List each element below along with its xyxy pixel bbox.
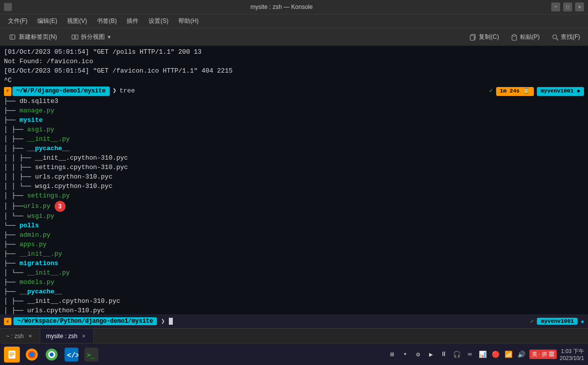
menu-settings[interactable]: 设置(S) (145, 16, 172, 26)
history-line-1: [01/Oct/2023 05:01:54] "GET /polls HTTP/… (4, 48, 584, 57)
network-icon[interactable]: ⚙ (413, 350, 423, 360)
ime-badge[interactable]: 英 · 拼 ☰ (529, 350, 557, 359)
svg-rect-2 (72, 35, 74, 39)
tree-line-10: │ │ └── wsgi.cpython-310.pyc (4, 182, 584, 191)
svg-rect-7 (513, 34, 515, 36)
wifi-icon[interactable]: 📶 (504, 350, 514, 360)
prompt-line: ⚡ ~/W/P/django-demo1/mysite ❯ tree ✓ 1m … (4, 87, 584, 96)
copy-icon (470, 34, 477, 41)
volume-icon[interactable]: 🔊 (516, 350, 526, 360)
media-icon[interactable]: ▶ (426, 350, 436, 360)
maximize-button[interactable]: □ (563, 2, 572, 11)
close-button[interactable]: ✕ (575, 2, 584, 11)
taskbar: </> >_ ⊞ ▪ ⚙ ▶ ⏸ 🎧 ⌨ 📊 🔴 📶 🔊 英 · 拼 ☰ 1:0… (0, 343, 588, 365)
prompt-command: tree (119, 87, 135, 96)
badge-3: 3 (55, 201, 66, 212)
tab-mysite-close[interactable]: ✕ (80, 333, 87, 340)
tab-zsh[interactable]: ~ : zsh ✕ (0, 329, 40, 343)
menu-edit[interactable]: 编辑(E) (33, 16, 61, 26)
taskbar-chromium-icon[interactable] (44, 347, 60, 363)
svg-rect-5 (470, 35, 474, 40)
app-icon (4, 3, 12, 11)
split-view-chevron: ▼ (107, 34, 112, 40)
app-icon-2[interactable]: 🔴 (491, 350, 501, 360)
tree-line-6: │ ├── __pycache__ (4, 144, 584, 154)
taskbar-firefox-icon[interactable] (24, 347, 40, 363)
taskbar-left: </> >_ (4, 347, 99, 363)
menu-bookmarks[interactable]: 书签(B) (93, 16, 121, 26)
tree-line-9: │ │ ├── urls.cpython-310.pyc (4, 173, 584, 182)
tab-mysite[interactable]: mysite : zsh ✕ (40, 329, 94, 343)
search-icon (552, 34, 559, 41)
tree-line-19: │ └── __init__.py (4, 269, 584, 278)
svg-rect-11 (9, 353, 14, 354)
bottom-env-diamond: ◆ (581, 318, 584, 325)
svg-rect-12 (9, 354, 14, 355)
split-view-icon (71, 33, 79, 41)
tree-line-18: ├── migrations (4, 259, 584, 269)
copy-button[interactable]: 复制(C) (466, 31, 503, 43)
tree-line-5: │ ├── __init__.py (4, 135, 584, 144)
split-view-button[interactable]: 拆分视图 ▼ (66, 31, 117, 43)
new-tab-button[interactable]: 新建标签页(N) (4, 31, 62, 43)
battery-icon[interactable]: ⏸ (439, 350, 449, 360)
tab-zsh-label: ~ : zsh (6, 333, 24, 340)
menu-help[interactable]: 帮助(H) (174, 16, 203, 26)
svg-rect-13 (9, 356, 13, 357)
taskbar-terminal-icon[interactable]: >_ (83, 347, 99, 363)
new-tab-icon (9, 33, 17, 41)
svg-rect-3 (75, 35, 78, 39)
svg-point-19 (50, 353, 54, 357)
tree-line-22: │ ├── __init__.cpython-310.pyc (4, 297, 584, 306)
bottom-prompt-arrow: ❯ (161, 317, 165, 325)
taskbar-right: ⊞ ▪ ⚙ ▶ ⏸ 🎧 ⌨ 📊 🔴 📶 🔊 英 · 拼 ☰ 1:03 下午 20… (387, 348, 584, 361)
taskbar-vscode-icon[interactable]: </> (64, 347, 79, 363)
svg-rect-0 (10, 35, 15, 39)
tree-line-15: ├── admin.py (4, 231, 584, 240)
window-icon[interactable]: ▪ (400, 350, 410, 360)
tab-zsh-close[interactable]: ✕ (27, 333, 34, 340)
svg-text:</>: </> (67, 352, 78, 360)
terminal-area[interactable]: [01/Oct/2023 05:01:54] "GET /polls HTTP/… (0, 46, 588, 328)
tree-line-17: ├── __init__.py (4, 250, 584, 259)
taskbar-files-icon[interactable] (4, 347, 20, 363)
tree-line-20: ├── models.py (4, 278, 584, 287)
menu-bar: 文件(F) 编辑(E) 视图(V) 书签(B) 插件 设置(S) 帮助(H) (0, 14, 588, 28)
time-badge: 1m 24s ⌛ (496, 87, 534, 96)
env-badge: myvenv1001 ◆ (537, 87, 584, 96)
screen-icon[interactable]: ⊞ (387, 350, 397, 360)
tree-line-23: │ ├── urls.cpython-310.pyc (4, 306, 584, 314)
keyboard-icon[interactable]: ⌨ (465, 350, 475, 360)
minimize-button[interactable]: ─ (551, 2, 560, 11)
paste-button[interactable]: 粘贴(P) (507, 31, 544, 43)
headphone-icon[interactable]: 🎧 (452, 350, 462, 360)
window-controls[interactable]: ─ □ ✕ (551, 2, 584, 11)
office-icon[interactable]: 📊 (478, 350, 488, 360)
tree-line-14: └── polls (4, 221, 584, 231)
tree-line-3: ├── mysite (4, 116, 584, 125)
tabs-bar: ~ : zsh ✕ mysite : zsh ✕ (0, 328, 588, 343)
menu-file[interactable]: 文件(F) (4, 16, 31, 26)
history-line-2: Not Found: /favicon.ico (4, 57, 584, 67)
tree-line-1: ├── db.sqlite3 (4, 97, 584, 106)
bottom-prompt-path: ~/Workspace/Python/django-demo1/mysite (13, 317, 157, 325)
svg-line-9 (556, 38, 558, 40)
svg-point-8 (553, 35, 557, 39)
clock: 1:03 下午 2023/10/1 (560, 348, 584, 361)
tree-line-21: ├── __pycache__ (4, 287, 584, 297)
search-button[interactable]: 查找(F) (548, 31, 584, 43)
menu-view[interactable]: 视图(V) (63, 16, 91, 26)
terminal-content: [01/Oct/2023 05:01:54] "GET /polls HTTP/… (0, 46, 588, 314)
cursor (169, 318, 173, 325)
clock-date: 2023/10/1 (560, 355, 584, 361)
bottom-env-badge: myvenv1001 (537, 318, 578, 325)
prompt-path-badge: ~/W/P/django-demo1/mysite (12, 87, 110, 96)
menu-plugins[interactable]: 插件 (123, 16, 143, 26)
tree-line-4: │ ├── asgi.py (4, 125, 584, 135)
prompt-arrow: ❯ (113, 87, 117, 96)
prompt-icon-badge: ⚡ (4, 87, 11, 96)
history-line-4: ^C (4, 76, 584, 86)
toolbar-right: 复制(C) 粘贴(P) 查找(F) (466, 31, 584, 43)
history-line-3: [01/Oct/2023 05:01:54] "GET /favicon.ico… (4, 67, 584, 76)
title-bar: mysite : zsh — Konsole ─ □ ✕ (0, 0, 588, 14)
